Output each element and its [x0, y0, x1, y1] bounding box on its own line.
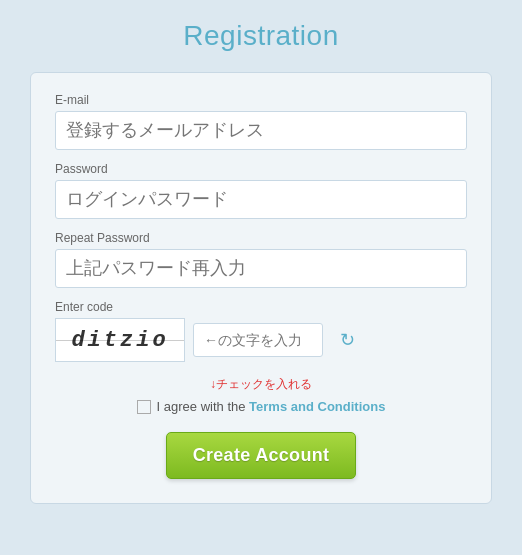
refresh-icon: ↻ [340, 329, 355, 351]
email-input[interactable] [55, 111, 467, 150]
captcha-image: ditzio [55, 318, 185, 362]
password-input[interactable] [55, 180, 467, 219]
captcha-row: ditzio ↻ [55, 318, 467, 362]
captcha-input[interactable] [193, 323, 323, 357]
captcha-text: ditzio [71, 328, 168, 353]
email-label: E-mail [55, 93, 467, 107]
repeat-password-label: Repeat Password [55, 231, 467, 245]
hint-text: ↓チェックを入れる [55, 376, 467, 393]
terms-label: I agree with the Terms and Conditions [157, 399, 386, 414]
captcha-refresh-button[interactable]: ↻ [331, 324, 363, 356]
page-wrapper: Registration E-mail Password Repeat Pass… [0, 0, 522, 555]
captcha-label: Enter code [55, 300, 467, 314]
page-title: Registration [183, 20, 338, 52]
terms-link[interactable]: Terms and Conditions [249, 399, 385, 414]
password-group: Password [55, 162, 467, 219]
repeat-password-input[interactable] [55, 249, 467, 288]
registration-form-card: E-mail Password Repeat Password Enter co… [30, 72, 492, 504]
repeat-password-group: Repeat Password [55, 231, 467, 288]
password-label: Password [55, 162, 467, 176]
email-group: E-mail [55, 93, 467, 150]
terms-checkbox[interactable] [137, 400, 151, 414]
captcha-group: Enter code ditzio ↻ [55, 300, 467, 362]
create-account-button[interactable]: Create Account [166, 432, 356, 479]
terms-row: I agree with the Terms and Conditions [55, 399, 467, 414]
